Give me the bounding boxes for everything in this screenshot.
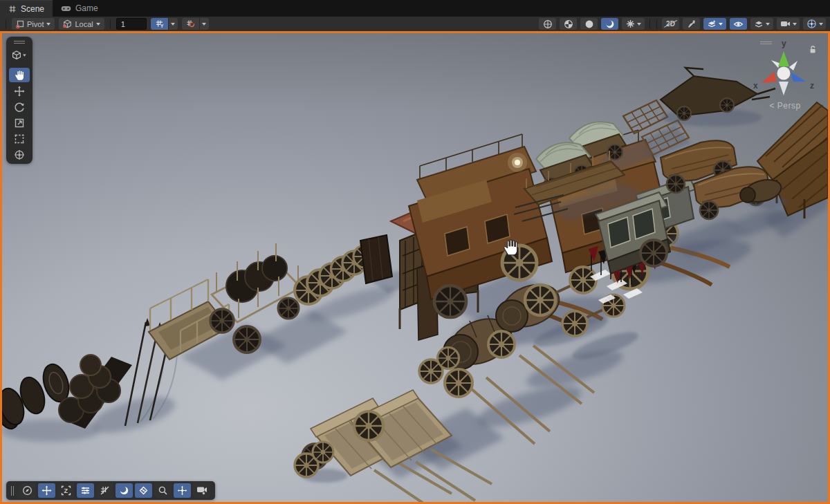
unlocked-padlock-icon[interactable]	[809, 46, 817, 55]
audio-toggle-icon	[605, 19, 615, 29]
lighting-visualization-icon	[564, 19, 573, 29]
settings-sliders-button[interactable]	[77, 483, 94, 498]
grid-snap-y-split-button: Y	[151, 18, 178, 30]
transform-tool-button[interactable]	[9, 147, 30, 162]
axis-negative-cone[interactable]	[779, 82, 788, 95]
tools-overlay	[6, 37, 33, 164]
rect-tool-button[interactable]	[9, 131, 30, 146]
projection-label[interactable]: < Persp	[745, 101, 825, 111]
layers-icon	[754, 19, 764, 29]
sliders-icon	[80, 485, 91, 496]
snap-settings-dropdown[interactable]	[199, 18, 209, 30]
axis-y-label: y	[782, 39, 786, 48]
tab-game-label: Game	[75, 3, 98, 13]
move-tool-icon	[14, 86, 25, 97]
orientation-dropdown[interactable]: Local	[59, 18, 104, 30]
chevron-down-icon	[171, 23, 175, 26]
axis-x-label: x	[753, 81, 758, 91]
separator	[110, 19, 111, 29]
camera-dropdown-button[interactable]	[777, 18, 800, 30]
audio-toggle-button[interactable]	[601, 18, 618, 30]
tab-game[interactable]: Game	[53, 0, 107, 17]
draw-mode-button[interactable]	[539, 18, 556, 30]
particles-button[interactable]	[135, 483, 152, 498]
z-frame-icon: Z	[61, 485, 71, 496]
bottom-overlay-toolbar: Z	[6, 481, 215, 500]
light-toggle-button[interactable]	[580, 18, 598, 30]
lighting-crescent-button[interactable]	[116, 483, 133, 498]
overlay-drag-handle[interactable]	[14, 39, 25, 46]
projection-chevron: <	[769, 101, 775, 111]
svg-text:Z: Z	[64, 487, 68, 494]
scene-canvas[interactable]	[2, 33, 828, 502]
tab-bar: Scene Game	[0, 0, 830, 17]
visibility-eye-icon	[733, 20, 744, 28]
grid-snap-y-dropdown[interactable]	[168, 18, 178, 30]
scale-tool-icon	[14, 118, 25, 129]
light-toggle-icon	[584, 19, 594, 29]
chevron-down-icon	[819, 23, 823, 26]
hand-tool-button[interactable]	[9, 68, 30, 82]
overlay-drag-handle[interactable]	[11, 486, 14, 496]
axis-z-label: z	[810, 81, 814, 91]
tool-context-dropdown[interactable]	[9, 48, 30, 62]
axis-negative-cone[interactable]	[789, 61, 797, 71]
2d-off-button[interactable]: 2D	[662, 18, 679, 30]
lighting-visualization-button[interactable]	[560, 18, 577, 30]
separator	[656, 19, 657, 29]
z-frame-button[interactable]: Z	[57, 483, 75, 498]
rotate-tool-button[interactable]	[9, 100, 30, 114]
compass-icon	[22, 485, 33, 496]
pan-arrows-icon	[42, 485, 52, 496]
tab-scene[interactable]: Scene	[0, 0, 53, 17]
snap-settings-split-button	[182, 18, 209, 30]
overlay-drag-handle[interactable]	[760, 41, 772, 44]
hand-tool-icon	[14, 70, 25, 81]
chevron-down-icon	[46, 23, 50, 26]
2d-off-icon: 2D	[665, 20, 676, 28]
grid-snap-y-icon: Y	[155, 19, 164, 28]
effects-dropdown-button[interactable]	[622, 18, 645, 30]
axis-y-cone[interactable]	[778, 51, 789, 66]
transform-tool-icon	[14, 149, 25, 160]
axis-z-cone[interactable]	[791, 72, 806, 82]
axis-x-cone[interactable]	[762, 72, 777, 83]
gizmo-center-ball[interactable]	[777, 67, 791, 80]
unity-scene-window: Scene Game Pivot Local	[0, 0, 830, 504]
directional-light-glow[interactable]	[508, 153, 527, 172]
audio-off-icon	[687, 19, 697, 29]
tab-scene-label: Scene	[21, 4, 44, 14]
scene-viewport[interactable]: y x z < Persp	[0, 31, 830, 504]
rotate-tool-icon	[14, 102, 25, 113]
grid-snap-y-button[interactable]: Y	[151, 18, 168, 30]
visibility-toggle-button[interactable]	[730, 18, 747, 30]
move-tool-button[interactable]	[9, 84, 30, 98]
draw-mode-icon	[543, 19, 553, 29]
layers-dropdown-button[interactable]	[750, 18, 773, 30]
separator	[6, 19, 6, 29]
grid-off-button[interactable]	[96, 483, 113, 498]
move-overlay-button[interactable]	[174, 483, 191, 498]
snap-settings-button[interactable]	[182, 18, 199, 30]
pivot-dropdown[interactable]: Pivot	[12, 18, 55, 30]
local-cube-icon	[63, 19, 72, 28]
scene-visibility-dropdown-button[interactable]	[703, 18, 726, 30]
pivot-label: Pivot	[27, 20, 44, 28]
camera-record-button[interactable]	[193, 483, 210, 498]
camera-icon	[780, 20, 791, 28]
pan-tool-button[interactable]	[38, 483, 55, 498]
orientation-gizmo-overlay: y x z < Persp	[745, 37, 825, 118]
gizmos-dropdown-button[interactable]	[803, 18, 826, 30]
gizmos-icon	[806, 19, 817, 29]
move-crosshair-icon	[177, 485, 187, 496]
audio-off-button[interactable]	[683, 18, 700, 30]
scale-tool-button[interactable]	[9, 115, 30, 130]
chevron-down-icon	[719, 23, 723, 26]
grid-off-icon	[100, 485, 110, 496]
crescent-icon	[119, 485, 129, 496]
chevron-down-icon	[793, 23, 797, 26]
effects-icon	[626, 19, 635, 28]
search-button[interactable]	[154, 483, 172, 498]
compass-button[interactable]	[19, 483, 36, 498]
snap-increment-input[interactable]	[116, 18, 147, 30]
